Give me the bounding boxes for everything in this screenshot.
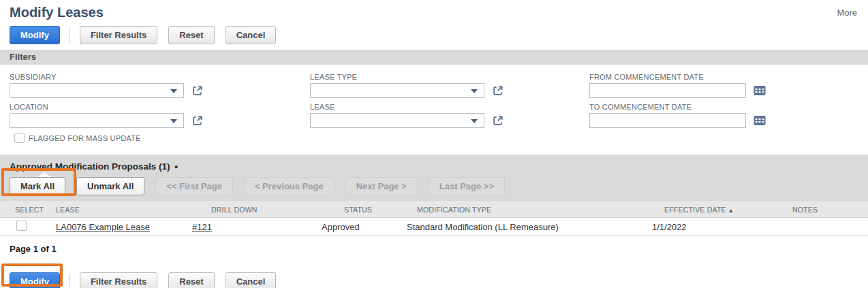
from-commencement-field: FROM COMMENCEMENT DATE: [589, 73, 766, 98]
flagged-for-mass-update-label: FLAGGED FOR MASS UPDATE: [29, 134, 141, 142]
toolbar-divider: [69, 27, 70, 42]
lease-type-field: LEASE TYPE: [310, 73, 503, 98]
modify-leases-page: Modify Leases More Modify Filter Results…: [0, 0, 868, 288]
tab-bullet: •: [174, 161, 178, 172]
location-label: LOCATION: [10, 103, 203, 111]
proposals-table: SELECT LEASE DRILL DOWN STATUS MODIFICAT…: [0, 202, 868, 236]
calendar-icon[interactable]: [754, 85, 766, 96]
subsidiary-field: SUBSIDIARY: [10, 73, 203, 98]
lease-type-select[interactable]: [310, 83, 484, 98]
active-tab-pointer-icon: [37, 172, 51, 177]
filters-body: SUBSIDIARY LEASE TYPE: [0, 65, 868, 155]
table-row: LA0076 Example Lease #121 Approved Stand…: [0, 218, 868, 236]
more-link[interactable]: More: [837, 7, 857, 18]
column-header-status[interactable]: STATUS: [313, 206, 399, 214]
status-value: Approved: [313, 222, 399, 232]
column-header-lease[interactable]: LEASE: [48, 206, 184, 214]
filter-results-button-bottom[interactable]: Filter Results: [80, 272, 157, 288]
from-commencement-label: FROM COMMENCEMENT DATE: [589, 73, 766, 81]
location-popout-icon[interactable]: [191, 115, 203, 127]
page-info: Page 1 of 1: [10, 244, 868, 254]
to-commencement-input[interactable]: [589, 113, 746, 128]
chevron-down-icon: [471, 119, 478, 123]
tab-approved-modification-proposals[interactable]: Approved Modification Proposals (1) •: [10, 161, 178, 172]
next-page-button: Next Page >: [345, 177, 418, 195]
lease-select[interactable]: [310, 113, 484, 128]
to-commencement-field: TO COMMENCEMENT DATE: [589, 103, 766, 128]
page-header: Modify Leases More: [0, 0, 868, 20]
chevron-down-icon: [471, 89, 478, 93]
row-select-checkbox[interactable]: [16, 221, 27, 231]
mark-all-button[interactable]: Mark All: [10, 177, 65, 195]
first-page-button: << First Page: [155, 177, 233, 195]
previous-page-button: < Previous Page: [244, 177, 335, 195]
effective-date-value: 1/1/2022: [644, 222, 766, 232]
cancel-button-top[interactable]: Cancel: [226, 26, 277, 44]
top-toolbar: Modify Filter Results Reset Cancel: [0, 25, 868, 44]
modify-button-bottom[interactable]: Modify: [10, 272, 60, 288]
table-header-row: SELECT LEASE DRILL DOWN STATUS MODIFICAT…: [0, 202, 868, 218]
sort-ascending-icon: ▲: [728, 208, 734, 214]
filter-results-button-top[interactable]: Filter Results: [80, 26, 157, 44]
page-title: Modify Leases: [10, 5, 858, 20]
flagged-for-mass-update-row: FLAGGED FOR MASS UPDATE: [14, 133, 141, 143]
last-page-button: Last Page >>: [429, 177, 505, 195]
chevron-down-icon: [170, 89, 177, 93]
reset-button-bottom[interactable]: Reset: [168, 272, 214, 288]
column-header-effective-date[interactable]: EFFECTIVE DATE▲: [644, 206, 766, 214]
lease-popout-icon[interactable]: [492, 115, 503, 127]
reset-button-top[interactable]: Reset: [168, 26, 214, 44]
unmark-all-button[interactable]: Unmark All: [76, 177, 144, 195]
column-header-modification-type[interactable]: MODIFICATION TYPE: [399, 206, 644, 214]
modification-type-value: Standard Modification (LL Remeasure): [399, 222, 644, 232]
filters-section-header: Filters: [0, 50, 868, 65]
drill-down-link[interactable]: #121: [192, 222, 212, 232]
modify-button-top[interactable]: Modify: [10, 26, 60, 44]
location-select[interactable]: [10, 113, 184, 128]
toolbar-divider: [69, 274, 70, 288]
lease-type-popout-icon[interactable]: [492, 85, 503, 97]
cancel-button-bottom[interactable]: Cancel: [226, 272, 277, 288]
lease-label: LEASE: [310, 103, 503, 111]
subsidiary-label: SUBSIDIARY: [10, 73, 203, 81]
column-header-drill-down[interactable]: DRILL DOWN: [184, 206, 313, 214]
subsidiary-popout-icon[interactable]: [191, 85, 203, 97]
location-field: LOCATION: [10, 103, 203, 128]
approved-proposals-section: Approved Modification Proposals (1) • Ma…: [0, 155, 868, 202]
lease-field: LEASE: [310, 103, 503, 128]
chevron-down-icon: [170, 119, 177, 123]
column-header-select[interactable]: SELECT: [0, 206, 48, 214]
subsidiary-select[interactable]: [10, 83, 184, 98]
from-commencement-input[interactable]: [589, 83, 746, 98]
flagged-for-mass-update-checkbox[interactable]: [14, 133, 25, 143]
column-header-notes[interactable]: NOTES: [766, 206, 868, 214]
lease-link[interactable]: LA0076 Example Lease: [56, 222, 150, 232]
calendar-icon[interactable]: [754, 115, 766, 126]
to-commencement-label: TO COMMENCEMENT DATE: [589, 103, 766, 111]
sublist-toolbar: Mark All Unmark All << First Page < Prev…: [0, 177, 868, 195]
lease-type-label: LEASE TYPE: [310, 73, 503, 81]
bottom-toolbar: Modify Filter Results Reset Cancel: [0, 272, 868, 288]
